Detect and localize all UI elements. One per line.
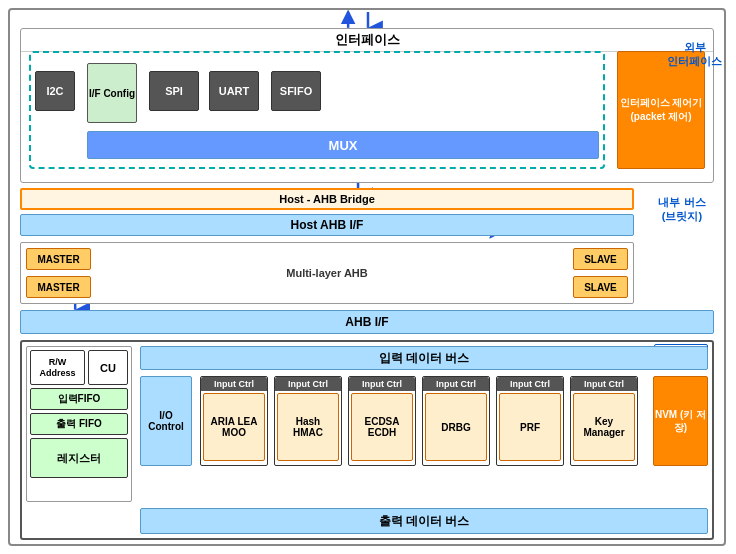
drbg-module: Input Ctrl DRBG: [422, 376, 490, 466]
master-box-1: MASTER: [26, 248, 91, 270]
output-data-bus: 출력 데이터 버스: [140, 508, 708, 534]
input-data-bus: 입력 데이터 버스: [140, 346, 708, 370]
uart-box: UART: [209, 71, 259, 111]
host-ahb-if: Host AHB I/F: [20, 214, 634, 236]
diagram: 인터페이스 I2C I/F Config SPI UART SFIFO MUX …: [0, 0, 736, 554]
interface-box: 인터페이스 I2C I/F Config SPI UART SFIFO MUX …: [20, 28, 714, 183]
interface-label: 인터페이스: [21, 29, 713, 52]
interface-ctrl-box: 인터페이스 제어기 (packet 제어): [617, 51, 705, 169]
mux-box: MUX: [87, 131, 599, 159]
slave-box-1: SLAVE: [573, 248, 628, 270]
nvm-box: NVM (키 저장): [653, 376, 708, 466]
ecdsa-module: Input Ctrl ECDSA ECDH: [348, 376, 416, 466]
outer-box: 인터페이스 I2C I/F Config SPI UART SFIFO MUX …: [8, 8, 726, 546]
i2c-box: I2C: [35, 71, 75, 111]
spi-box: SPI: [149, 71, 199, 111]
rw-box: R/W Address: [30, 350, 85, 385]
hash-module: Input Ctrl Hash HMAC: [274, 376, 342, 466]
prf-module: Input Ctrl PRF: [496, 376, 564, 466]
slave-box-2: SLAVE: [573, 276, 628, 298]
inner-bus-label: 내부 버스(브릿지): [642, 195, 722, 224]
crypto-section: 암호코어 R/W Address CU 입력FIFO 출력 FIFO 레지스터 …: [20, 340, 714, 540]
output-fifo-box: 출력 FIFO: [30, 413, 128, 435]
key-manager-module: Input Ctrl Key Manager: [570, 376, 638, 466]
outer-interface-label: 외부인터페이스: [657, 40, 732, 69]
host-ahb-bridge: Host - AHB Bridge: [20, 188, 634, 210]
io-control-box: I/O Control: [140, 376, 192, 466]
register-box: 레지스터: [30, 438, 128, 478]
sfifo-box: SFIFO: [271, 71, 321, 111]
if-config-box: I/F Config: [87, 63, 137, 123]
rw-cu-row: R/W Address CU: [30, 350, 128, 385]
multi-layer-section: MASTER MASTER Multi-layer AHB SLAVE SLAV…: [20, 242, 634, 304]
master-box-2: MASTER: [26, 276, 91, 298]
teal-region: I2C I/F Config SPI UART SFIFO MUX: [29, 51, 605, 169]
cu-box: CU: [88, 350, 128, 385]
multi-layer-label: Multi-layer AHB: [286, 267, 368, 279]
left-control-section: R/W Address CU 입력FIFO 출력 FIFO 레지스터: [26, 346, 132, 502]
input-fifo-box: 입력FIFO: [30, 388, 128, 410]
aria-module: Input Ctrl ARIA LEA MOO: [200, 376, 268, 466]
ahb-if-bar: AHB I/F: [20, 310, 714, 334]
